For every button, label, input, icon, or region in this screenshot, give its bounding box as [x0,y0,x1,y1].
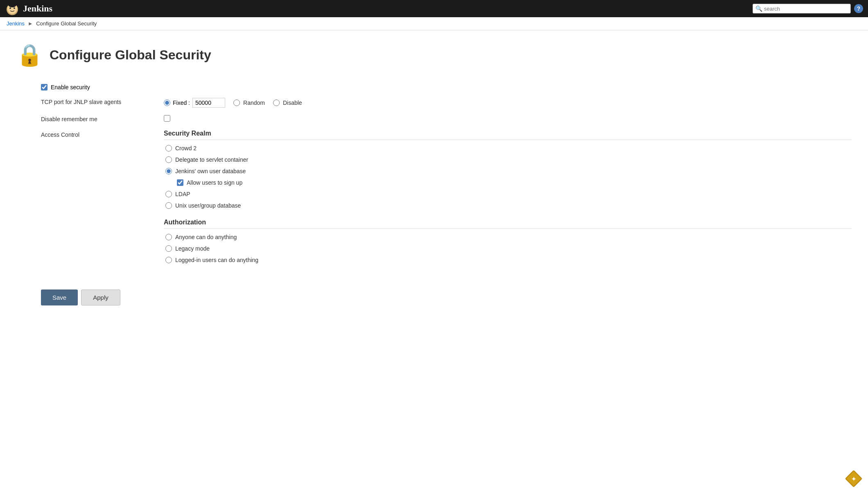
realm-delegate-radio[interactable] [165,156,172,163]
header-right: 🔍 ? [753,4,863,14]
realm-crowd2-option: Crowd 2 [164,145,852,152]
auth-anyone-radio[interactable] [165,234,172,240]
disable-remember-control [164,115,852,122]
realm-delegate-label[interactable]: Delegate to servlet container [175,156,248,163]
search-icon: 🔍 [755,5,762,12]
disable-remember-checkbox[interactable] [164,115,170,122]
access-control-row: Access Control Security Realm Crowd 2 De… [16,130,852,273]
page-title: Configure Global Security [50,47,211,63]
tcp-disable-label[interactable]: Disable [283,100,302,106]
realm-jenkins-own-option: Jenkins' own user database [164,168,852,174]
help-icon[interactable]: ? [854,4,863,13]
breadcrumb-separator: ► [28,20,33,27]
realm-ldap-option: LDAP [164,191,852,197]
enable-security-label[interactable]: Enable security [51,84,90,90]
tcp-disable-option: Disable [271,100,302,106]
search-box[interactable]: 🔍 [753,4,851,14]
disable-remember-row: Disable remember me [16,115,852,122]
tcp-options: Fixed : Random Disable [164,98,302,108]
realm-jenkins-own-radio[interactable] [165,168,172,174]
tcp-port-input[interactable] [192,98,225,108]
enable-security-checkbox[interactable] [41,84,47,90]
realm-crowd2-label[interactable]: Crowd 2 [175,145,197,152]
page-header: 🔒 Configure Global Security [16,43,852,68]
tcp-random-label[interactable]: Random [243,100,265,106]
security-realm-section: Security Realm Crowd 2 Delegate to servl… [164,130,852,209]
auth-loggedin-label[interactable]: Logged-in users can do anything [175,257,258,263]
realm-unix-option: Unix user/group database [164,202,852,209]
auth-anyone-option: Anyone can do anything [164,234,852,240]
realm-jenkins-own-label[interactable]: Jenkins' own user database [175,168,246,174]
allow-signup-option: Allow users to sign up [164,179,852,186]
authorization-section: Authorization Anyone can do anything Leg… [164,219,852,263]
realm-unix-label[interactable]: Unix user/group database [175,202,241,209]
app-title: Jenkins [23,3,52,14]
access-control-panels: Security Realm Crowd 2 Delegate to servl… [164,130,852,273]
auth-legacy-option: Legacy mode [164,245,852,252]
realm-delegate-option: Delegate to servlet container [164,156,852,163]
svg-point-2 [9,7,11,9]
tcp-disable-radio[interactable] [273,100,280,106]
logo-area: Jenkins [5,1,52,16]
svg-rect-5 [8,4,16,6]
breadcrumb-current: Configure Global Security [36,20,97,27]
disable-remember-label: Disable remember me [41,115,164,122]
search-input[interactable] [764,6,848,12]
allow-signup-checkbox[interactable] [177,179,183,186]
tcp-random-option: Random [232,100,265,106]
main-content: 🔒 Configure Global Security Enable secur… [0,30,868,493]
save-button[interactable]: Save [41,289,78,305]
authorization-title: Authorization [164,219,852,229]
tcp-port-row: TCP port for JNLP slave agents Fixed : R… [16,98,852,108]
tcp-port-control: Fixed : Random Disable [164,98,852,108]
apply-button[interactable]: Apply [81,289,120,305]
button-row: Save Apply [16,289,852,305]
breadcrumb: Jenkins ► Configure Global Security [0,17,868,30]
breadcrumb-home-link[interactable]: Jenkins [7,20,25,27]
access-control-label: Access Control [41,130,164,138]
enable-security-checkbox-wrap: Enable security [41,84,90,90]
allow-signup-label[interactable]: Allow users to sign up [187,179,242,186]
auth-legacy-label[interactable]: Legacy mode [175,245,210,252]
enable-security-control: Enable security [41,84,852,90]
realm-ldap-radio[interactable] [165,191,172,197]
auth-anyone-label[interactable]: Anyone can do anything [175,234,237,240]
app-header: Jenkins 🔍 ? [0,0,868,17]
realm-unix-radio[interactable] [165,202,172,209]
tcp-fixed-label[interactable]: Fixed : [173,100,190,106]
jenkins-mascot-icon [5,1,20,16]
realm-ldap-label[interactable]: LDAP [175,191,190,197]
realm-crowd2-radio[interactable] [165,145,172,152]
security-realm-title: Security Realm [164,130,852,140]
lock-icon: 🔒 [16,43,43,68]
tcp-port-label: TCP port for JNLP slave agents [41,98,164,105]
enable-security-row: Enable security [16,84,852,90]
auth-loggedin-radio[interactable] [165,257,172,263]
auth-loggedin-option: Logged-in users can do anything [164,257,852,263]
auth-legacy-radio[interactable] [165,245,172,252]
tcp-fixed-radio[interactable] [164,100,170,106]
tcp-random-radio[interactable] [233,100,240,106]
svg-point-3 [14,7,15,9]
tcp-fixed-group: Fixed : [164,98,225,108]
